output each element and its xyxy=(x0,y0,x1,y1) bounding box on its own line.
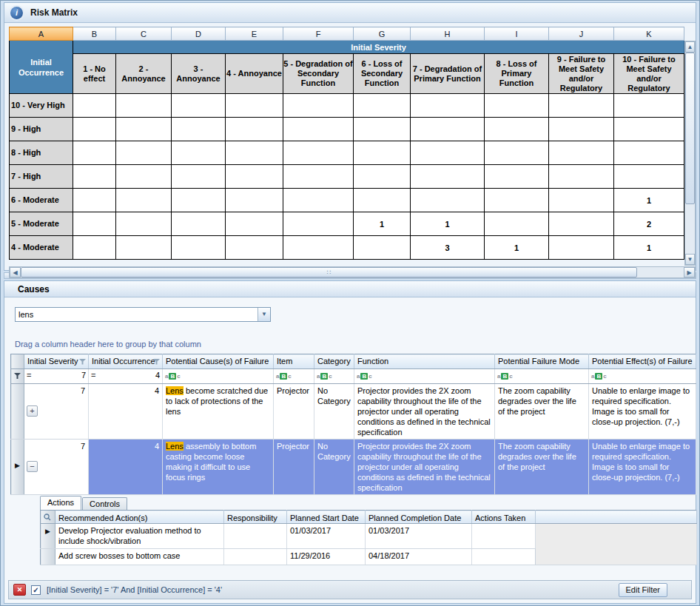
matrix-cell[interactable]: 1 xyxy=(485,236,549,260)
matrix-cell[interactable] xyxy=(73,236,116,260)
cell-effects[interactable]: Unable to enlarge image to required spec… xyxy=(589,440,696,495)
filter-cell-cause[interactable]: aBc xyxy=(163,369,274,384)
matrix-cell[interactable] xyxy=(172,94,226,118)
matrix-cell[interactable] xyxy=(485,94,549,118)
cell-planned-completion[interactable]: 04/18/2017 xyxy=(366,549,472,565)
matrix-cell[interactable] xyxy=(226,118,283,141)
equals-operator-icon[interactable]: = xyxy=(27,371,31,380)
auto-filter-row-indicator[interactable] xyxy=(11,369,24,384)
matrix-cell[interactable] xyxy=(614,118,684,141)
matrix-cell[interactable] xyxy=(411,141,485,165)
cell-initial-occurrence[interactable]: 4 xyxy=(89,384,163,440)
column-letter-I[interactable]: I xyxy=(485,27,549,41)
matrix-cell[interactable] xyxy=(354,118,411,141)
matrix-cell[interactable] xyxy=(116,236,172,260)
row-indicator[interactable]: ▶ xyxy=(41,524,55,549)
filter-cell-item[interactable]: aBc xyxy=(274,369,314,384)
matrix-cell[interactable] xyxy=(549,118,614,141)
matrix-cell[interactable] xyxy=(226,141,283,165)
matrix-vertical-scrollbar[interactable]: ▲ ▼ xyxy=(684,41,696,266)
matrix-cell[interactable] xyxy=(354,236,411,260)
column-letter-H[interactable]: H xyxy=(411,27,485,41)
matrix-cell[interactable] xyxy=(411,118,485,141)
cell-recommended-action[interactable]: Develop Projector evaluation method to i… xyxy=(55,524,224,549)
cell-potential-cause[interactable]: Lens assembly to bottom casting become l… xyxy=(163,440,274,495)
filter-cell-occurrence[interactable]: =4 xyxy=(89,369,163,384)
cell-failure-mode[interactable]: The zoom capability degrades over the li… xyxy=(495,440,589,495)
scroll-down-icon[interactable]: ▼ xyxy=(685,254,695,265)
scroll-right-icon[interactable]: ▶ xyxy=(684,267,695,277)
cell-actions-taken[interactable] xyxy=(472,524,536,549)
matrix-cell[interactable] xyxy=(116,189,172,212)
filter-funnel-icon[interactable] xyxy=(153,359,160,365)
matrix-cell[interactable] xyxy=(116,118,172,141)
cell-planned-start[interactable]: 01/03/2017 xyxy=(287,524,366,549)
column-header-initial-severity[interactable]: Initial Severity xyxy=(24,354,89,369)
matrix-cell[interactable] xyxy=(116,165,172,189)
matrix-cell[interactable] xyxy=(485,165,549,189)
matrix-cell[interactable] xyxy=(283,165,354,189)
filter-cell-effects[interactable]: aBc xyxy=(589,369,696,384)
matrix-cell[interactable] xyxy=(485,189,549,212)
cell-initial-severity[interactable]: 7 + xyxy=(24,384,89,440)
cell-item[interactable]: Projector xyxy=(274,384,314,440)
matrix-cell[interactable] xyxy=(73,141,116,165)
tab-controls[interactable]: Controls xyxy=(82,497,127,510)
matrix-cell[interactable] xyxy=(549,236,614,260)
cell-function[interactable]: Projector provides the 2X zoom capabilit… xyxy=(354,440,495,495)
matrix-cell[interactable] xyxy=(283,236,354,260)
scroll-left-icon[interactable]: ◀ xyxy=(10,267,21,277)
column-header-cause[interactable]: Potential Cause(s) of Failure xyxy=(163,354,274,369)
matrix-cell[interactable] xyxy=(283,189,354,212)
matrix-cell[interactable] xyxy=(549,165,614,189)
matrix-horizontal-scrollbar[interactable]: ◀ ∷ ▶ xyxy=(9,266,696,278)
action-row[interactable]: ▶ Develop Projector evaluation method to… xyxy=(41,524,697,549)
column-header-item[interactable]: Item xyxy=(274,354,314,369)
matrix-cell[interactable] xyxy=(549,212,614,236)
matrix-cell[interactable] xyxy=(226,189,283,212)
filter-cell-failure-mode[interactable]: aBc xyxy=(495,369,589,384)
matrix-cell[interactable] xyxy=(73,189,116,212)
column-header-planned-start[interactable]: Planned Start Date xyxy=(287,511,366,524)
matrix-cell[interactable] xyxy=(116,94,172,118)
column-letter-K[interactable]: K xyxy=(614,27,684,41)
abc-filter-icon[interactable]: aBc xyxy=(357,373,372,380)
matrix-cell[interactable] xyxy=(485,118,549,141)
matrix-cell[interactable]: 1 xyxy=(411,212,485,236)
expand-icon[interactable]: + xyxy=(27,405,38,417)
search-combobox[interactable]: lens ▼ xyxy=(15,307,271,322)
filter-value-occurrence[interactable]: 4 xyxy=(155,371,160,380)
matrix-cell[interactable] xyxy=(354,141,411,165)
tab-actions[interactable]: Actions xyxy=(40,496,81,510)
column-header-effects[interactable]: Potential Effect(s) of Failure xyxy=(589,354,696,369)
scroll-up-icon[interactable]: ▲ xyxy=(685,41,695,53)
cell-planned-start[interactable]: 11/29/2016 xyxy=(287,549,366,565)
filter-cell-category[interactable]: aBc xyxy=(314,369,354,384)
cell-category[interactable]: No Category xyxy=(314,440,354,495)
filter-cell-function[interactable]: aBc xyxy=(354,369,495,384)
matrix-cell[interactable] xyxy=(116,212,172,236)
matrix-cell[interactable] xyxy=(226,236,283,260)
matrix-cell[interactable] xyxy=(614,94,684,118)
matrix-cell[interactable] xyxy=(485,141,549,165)
matrix-cell[interactable]: 2 xyxy=(614,212,684,236)
horizontal-scroll-thumb[interactable]: ∷ xyxy=(21,267,637,277)
matrix-cell[interactable] xyxy=(73,165,116,189)
matrix-cell[interactable] xyxy=(172,236,226,260)
matrix-cell[interactable] xyxy=(116,141,172,165)
cell-recommended-action[interactable]: Add screw bosses to bottom case xyxy=(55,549,224,565)
vertical-scroll-thumb[interactable] xyxy=(685,53,695,204)
search-combobox-value[interactable]: lens xyxy=(16,308,258,321)
matrix-cell[interactable]: 1 xyxy=(614,236,684,260)
matrix-cell[interactable]: 1 xyxy=(614,189,684,212)
matrix-cell[interactable] xyxy=(354,189,411,212)
search-icon[interactable] xyxy=(41,511,55,524)
matrix-cell[interactable] xyxy=(354,165,411,189)
cell-category[interactable]: No Category xyxy=(314,384,354,440)
cause-row[interactable]: 7 + 4 Lens become scratched due to lack … xyxy=(11,384,696,440)
matrix-cell[interactable] xyxy=(172,118,226,141)
filter-funnel-icon[interactable] xyxy=(79,359,86,365)
column-header-category[interactable]: Category xyxy=(314,354,354,369)
matrix-cell[interactable] xyxy=(549,94,614,118)
matrix-cell[interactable] xyxy=(411,165,485,189)
